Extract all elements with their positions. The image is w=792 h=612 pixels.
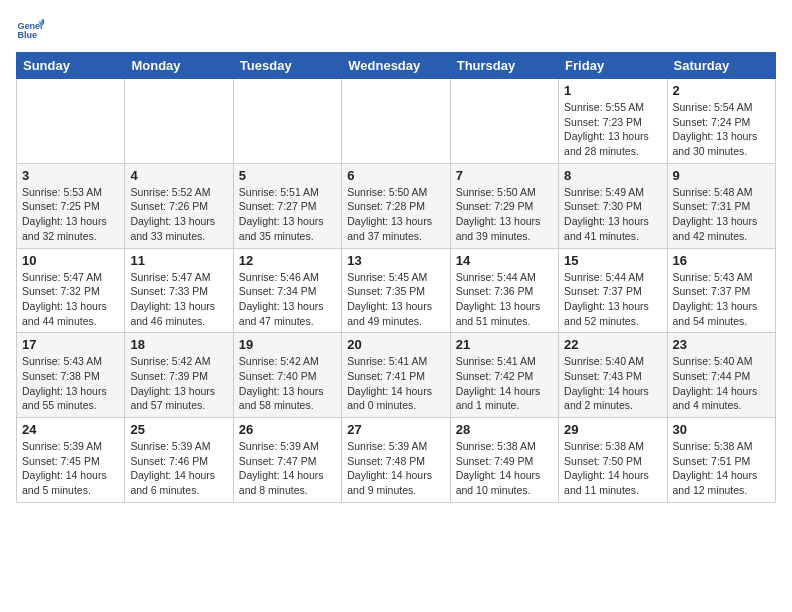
day-info: Sunrise: 5:46 AM Sunset: 7:34 PM Dayligh… [239, 270, 336, 329]
calendar-cell: 29Sunrise: 5:38 AM Sunset: 7:50 PM Dayli… [559, 418, 667, 503]
day-number: 22 [564, 337, 661, 352]
calendar-cell [125, 79, 233, 164]
day-number: 3 [22, 168, 119, 183]
day-info: Sunrise: 5:50 AM Sunset: 7:29 PM Dayligh… [456, 185, 553, 244]
day-info: Sunrise: 5:47 AM Sunset: 7:32 PM Dayligh… [22, 270, 119, 329]
day-info: Sunrise: 5:40 AM Sunset: 7:44 PM Dayligh… [673, 354, 770, 413]
day-info: Sunrise: 5:39 AM Sunset: 7:46 PM Dayligh… [130, 439, 227, 498]
calendar-cell: 2Sunrise: 5:54 AM Sunset: 7:24 PM Daylig… [667, 79, 775, 164]
calendar-cell: 30Sunrise: 5:38 AM Sunset: 7:51 PM Dayli… [667, 418, 775, 503]
day-header-sunday: Sunday [17, 53, 125, 79]
day-info: Sunrise: 5:41 AM Sunset: 7:41 PM Dayligh… [347, 354, 444, 413]
calendar-cell: 9Sunrise: 5:48 AM Sunset: 7:31 PM Daylig… [667, 163, 775, 248]
day-info: Sunrise: 5:45 AM Sunset: 7:35 PM Dayligh… [347, 270, 444, 329]
calendar-cell [342, 79, 450, 164]
calendar-cell: 28Sunrise: 5:38 AM Sunset: 7:49 PM Dayli… [450, 418, 558, 503]
calendar-cell: 7Sunrise: 5:50 AM Sunset: 7:29 PM Daylig… [450, 163, 558, 248]
day-info: Sunrise: 5:52 AM Sunset: 7:26 PM Dayligh… [130, 185, 227, 244]
calendar-cell: 1Sunrise: 5:55 AM Sunset: 7:23 PM Daylig… [559, 79, 667, 164]
day-header-thursday: Thursday [450, 53, 558, 79]
calendar-cell: 27Sunrise: 5:39 AM Sunset: 7:48 PM Dayli… [342, 418, 450, 503]
calendar-cell: 20Sunrise: 5:41 AM Sunset: 7:41 PM Dayli… [342, 333, 450, 418]
calendar-cell: 16Sunrise: 5:43 AM Sunset: 7:37 PM Dayli… [667, 248, 775, 333]
day-info: Sunrise: 5:42 AM Sunset: 7:40 PM Dayligh… [239, 354, 336, 413]
day-number: 9 [673, 168, 770, 183]
calendar-cell: 22Sunrise: 5:40 AM Sunset: 7:43 PM Dayli… [559, 333, 667, 418]
calendar-cell: 23Sunrise: 5:40 AM Sunset: 7:44 PM Dayli… [667, 333, 775, 418]
day-header-wednesday: Wednesday [342, 53, 450, 79]
day-number: 5 [239, 168, 336, 183]
calendar-cell: 21Sunrise: 5:41 AM Sunset: 7:42 PM Dayli… [450, 333, 558, 418]
day-info: Sunrise: 5:49 AM Sunset: 7:30 PM Dayligh… [564, 185, 661, 244]
calendar-cell: 26Sunrise: 5:39 AM Sunset: 7:47 PM Dayli… [233, 418, 341, 503]
day-info: Sunrise: 5:53 AM Sunset: 7:25 PM Dayligh… [22, 185, 119, 244]
day-info: Sunrise: 5:48 AM Sunset: 7:31 PM Dayligh… [673, 185, 770, 244]
day-header-monday: Monday [125, 53, 233, 79]
calendar-cell [233, 79, 341, 164]
calendar-cell: 18Sunrise: 5:42 AM Sunset: 7:39 PM Dayli… [125, 333, 233, 418]
calendar: SundayMondayTuesdayWednesdayThursdayFrid… [16, 52, 776, 503]
day-number: 18 [130, 337, 227, 352]
calendar-cell: 13Sunrise: 5:45 AM Sunset: 7:35 PM Dayli… [342, 248, 450, 333]
day-info: Sunrise: 5:51 AM Sunset: 7:27 PM Dayligh… [239, 185, 336, 244]
calendar-cell: 11Sunrise: 5:47 AM Sunset: 7:33 PM Dayli… [125, 248, 233, 333]
day-info: Sunrise: 5:42 AM Sunset: 7:39 PM Dayligh… [130, 354, 227, 413]
day-number: 2 [673, 83, 770, 98]
day-number: 14 [456, 253, 553, 268]
day-header-tuesday: Tuesday [233, 53, 341, 79]
day-number: 8 [564, 168, 661, 183]
calendar-cell [17, 79, 125, 164]
day-number: 11 [130, 253, 227, 268]
day-info: Sunrise: 5:41 AM Sunset: 7:42 PM Dayligh… [456, 354, 553, 413]
day-number: 15 [564, 253, 661, 268]
day-number: 13 [347, 253, 444, 268]
day-number: 26 [239, 422, 336, 437]
calendar-cell [450, 79, 558, 164]
day-number: 30 [673, 422, 770, 437]
calendar-cell: 6Sunrise: 5:50 AM Sunset: 7:28 PM Daylig… [342, 163, 450, 248]
calendar-cell: 5Sunrise: 5:51 AM Sunset: 7:27 PM Daylig… [233, 163, 341, 248]
day-number: 23 [673, 337, 770, 352]
day-number: 25 [130, 422, 227, 437]
day-number: 10 [22, 253, 119, 268]
calendar-cell: 24Sunrise: 5:39 AM Sunset: 7:45 PM Dayli… [17, 418, 125, 503]
day-number: 17 [22, 337, 119, 352]
day-number: 24 [22, 422, 119, 437]
calendar-cell: 14Sunrise: 5:44 AM Sunset: 7:36 PM Dayli… [450, 248, 558, 333]
day-info: Sunrise: 5:40 AM Sunset: 7:43 PM Dayligh… [564, 354, 661, 413]
day-info: Sunrise: 5:47 AM Sunset: 7:33 PM Dayligh… [130, 270, 227, 329]
day-info: Sunrise: 5:54 AM Sunset: 7:24 PM Dayligh… [673, 100, 770, 159]
day-number: 1 [564, 83, 661, 98]
day-number: 16 [673, 253, 770, 268]
day-header-saturday: Saturday [667, 53, 775, 79]
day-number: 28 [456, 422, 553, 437]
calendar-cell: 12Sunrise: 5:46 AM Sunset: 7:34 PM Dayli… [233, 248, 341, 333]
day-number: 27 [347, 422, 444, 437]
day-number: 21 [456, 337, 553, 352]
calendar-cell: 19Sunrise: 5:42 AM Sunset: 7:40 PM Dayli… [233, 333, 341, 418]
calendar-cell: 15Sunrise: 5:44 AM Sunset: 7:37 PM Dayli… [559, 248, 667, 333]
day-info: Sunrise: 5:38 AM Sunset: 7:51 PM Dayligh… [673, 439, 770, 498]
day-info: Sunrise: 5:43 AM Sunset: 7:38 PM Dayligh… [22, 354, 119, 413]
day-number: 6 [347, 168, 444, 183]
logo: General Blue [16, 16, 48, 44]
svg-text:Blue: Blue [17, 30, 37, 40]
day-number: 20 [347, 337, 444, 352]
calendar-cell: 10Sunrise: 5:47 AM Sunset: 7:32 PM Dayli… [17, 248, 125, 333]
day-info: Sunrise: 5:44 AM Sunset: 7:37 PM Dayligh… [564, 270, 661, 329]
day-number: 7 [456, 168, 553, 183]
day-number: 29 [564, 422, 661, 437]
day-number: 19 [239, 337, 336, 352]
day-info: Sunrise: 5:39 AM Sunset: 7:48 PM Dayligh… [347, 439, 444, 498]
calendar-cell: 3Sunrise: 5:53 AM Sunset: 7:25 PM Daylig… [17, 163, 125, 248]
day-header-friday: Friday [559, 53, 667, 79]
day-info: Sunrise: 5:39 AM Sunset: 7:47 PM Dayligh… [239, 439, 336, 498]
day-info: Sunrise: 5:44 AM Sunset: 7:36 PM Dayligh… [456, 270, 553, 329]
calendar-cell: 17Sunrise: 5:43 AM Sunset: 7:38 PM Dayli… [17, 333, 125, 418]
day-info: Sunrise: 5:38 AM Sunset: 7:50 PM Dayligh… [564, 439, 661, 498]
day-info: Sunrise: 5:50 AM Sunset: 7:28 PM Dayligh… [347, 185, 444, 244]
calendar-cell: 4Sunrise: 5:52 AM Sunset: 7:26 PM Daylig… [125, 163, 233, 248]
day-info: Sunrise: 5:38 AM Sunset: 7:49 PM Dayligh… [456, 439, 553, 498]
day-number: 4 [130, 168, 227, 183]
day-info: Sunrise: 5:43 AM Sunset: 7:37 PM Dayligh… [673, 270, 770, 329]
